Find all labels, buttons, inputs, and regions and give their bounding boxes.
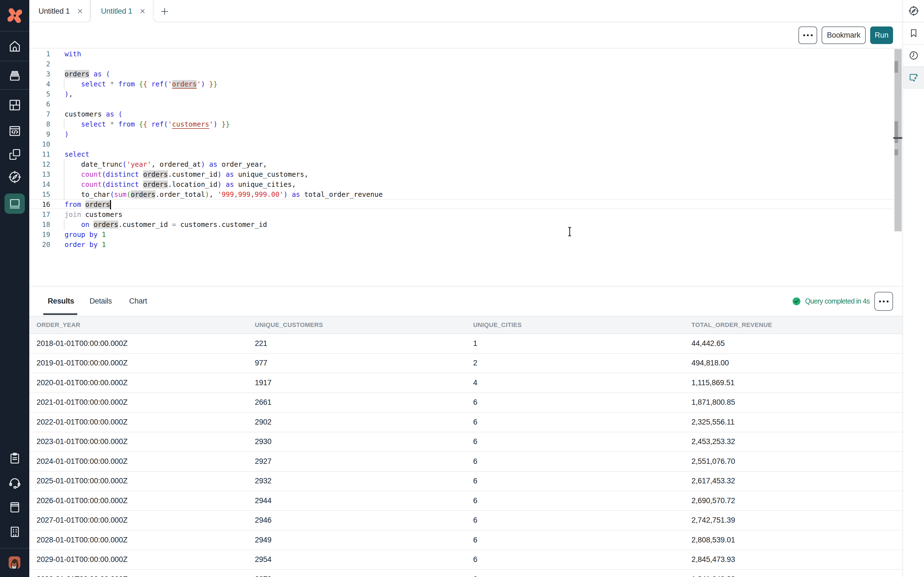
code-line-16[interactable]: 16from orders [29,200,894,210]
line-number: 1 [29,49,50,59]
more-options-button[interactable] [798,26,817,44]
code-line-10[interactable]: 10 [29,139,894,150]
code-text: customers as ( [65,109,123,119]
code-line-20[interactable]: 20order by 1 [29,240,894,250]
code-line-11[interactable]: 11select [29,150,894,160]
table-cell: 44,442.65 [684,339,903,348]
tab-label: Untitled 1 [39,7,70,16]
run-button[interactable]: Run [870,26,893,44]
code-token: * [110,80,114,88]
code-line-1[interactable]: 1with [29,49,894,59]
sidebar-item-dashboards[interactable] [0,97,29,113]
ai-chat-icon [908,72,919,83]
tab-close-icon[interactable] [77,8,83,14]
code-line-19[interactable]: 19group by 1 [29,230,894,240]
table-cell: 221 [248,339,466,348]
code-token: ' [197,80,201,88]
code-token [106,80,110,88]
editor-scrollbar[interactable] [895,48,902,286]
table-cell: 2902 [248,418,466,427]
code-token: from [65,200,81,208]
table-row: 2022-01-01T00:00:00.000Z290262,325,556.1… [29,413,903,432]
code-line-15[interactable]: 15 to_char(sum(orders.order_total), '999… [29,190,894,200]
code-token: ( [164,80,168,88]
tab-details[interactable]: Details [90,287,112,316]
code-token: ( [127,190,131,198]
sidebar-item-explore[interactable] [0,169,29,185]
table-cell: 2932 [248,477,466,485]
code-line-4[interactable]: 4 select * from {{ ref('orders') }} [29,79,894,89]
code-line-6[interactable]: 6 [29,99,894,109]
table-cell: 2,742,751.39 [684,516,903,525]
table-cell: 2029-01-01T00:00:00.000Z [29,555,248,564]
sidebar-item-drawers[interactable] [0,68,29,83]
code-line-5[interactable]: 5), [29,89,894,99]
code-line-14[interactable]: 14 count(distinct orders.location_id) as… [29,179,894,190]
table-cell: 2 [466,359,684,367]
tab-untitled-1[interactable]: Untitled 1 [29,0,90,22]
indent-guide [64,190,65,200]
code-text: count(distinct orders.customer_id) as un… [65,169,309,179]
code-token: orders [131,190,155,198]
new-tab-button[interactable] [160,7,170,16]
code-line-7[interactable]: 7customers as ( [29,109,894,119]
rightbar-item-history[interactable] [903,45,924,66]
code-text: orders as ( [65,69,110,79]
code-token: orders [172,80,197,88]
code-token: unique_customers [238,170,304,178]
sidebar-item-docs[interactable] [0,500,29,515]
code-token: group [65,230,86,239]
code-line-9[interactable]: 9) [29,129,894,139]
rightbar-item-ai-chat-active[interactable] [903,67,924,88]
tab-close-icon[interactable] [139,8,145,14]
ellipsis-icon [803,34,813,36]
table-cell: 6 [466,516,684,525]
code-line-17[interactable]: 17join customers [29,210,894,220]
tab-chart[interactable]: Chart [129,287,147,316]
code-line-18[interactable]: 18 on orders.customer_id = customers.cus… [29,220,894,230]
ellipsis-icon [879,300,888,303]
code-text: count(distinct orders.location_id) as un… [65,179,296,190]
code-line-13[interactable]: 13 count(distinct orders.customer_id) as… [29,169,894,179]
line-number: 14 [29,179,50,190]
tab-results[interactable]: Results [43,287,79,316]
brand-logo[interactable] [0,5,29,26]
bookmark-button[interactable]: Bookmark [822,26,866,44]
code-token: with [65,50,81,58]
code-line-12[interactable]: 12 date_trunc('year', ordered_at) as ord… [29,160,894,169]
rightbar-item-bookmarks[interactable] [903,22,924,44]
indent-guide [64,220,65,230]
table-cell: 2,845,473.93 [684,555,903,564]
code-token: , [304,170,308,178]
code-line-8[interactable]: 8 select * from {{ ref('customers') }} [29,119,894,129]
code-token [114,120,118,128]
code-token: } [213,80,218,88]
sidebar-item-copies[interactable] [0,147,29,162]
sidebar-item-code[interactable] [0,123,29,139]
sidebar-item-tasks[interactable] [0,450,29,466]
sidebar-item-terminal-active[interactable] [5,193,25,214]
rightbar-item-explore[interactable] [903,0,924,22]
user-avatar[interactable] [9,556,20,569]
results-more-button[interactable] [874,292,893,311]
table-cell: 2025-01-01T00:00:00.000Z [29,477,248,485]
code-text: from orders [65,200,110,210]
code-token: ' [209,120,213,128]
code-token: count [81,181,102,189]
sql-editor[interactable]: 1with23orders as (4 select * from {{ ref… [29,48,903,286]
code-line-3[interactable]: 3orders as ( [29,69,894,79]
sidebar-item-home[interactable] [0,39,29,54]
code-token [102,110,106,118]
code-text: with [65,49,81,59]
sidebar-item-organization[interactable] [0,524,29,539]
table-cell: 1 [466,339,684,348]
table-row: 2020-01-01T00:00:00.000Z191741,115,869.5… [29,373,903,393]
code-token [106,120,110,128]
results-table-header: ORDER_YEARUNIQUE_CUSTOMERSUNIQUE_CITIEST… [29,316,903,334]
code-token: ordered_at [160,160,201,168]
sidebar-item-support[interactable] [0,475,29,490]
line-number: 17 [29,210,50,220]
code-line-2[interactable]: 2 [29,59,894,69]
tab-untitled-1-active[interactable]: Untitled 1 [91,0,153,22]
line-number: 5 [29,89,50,99]
